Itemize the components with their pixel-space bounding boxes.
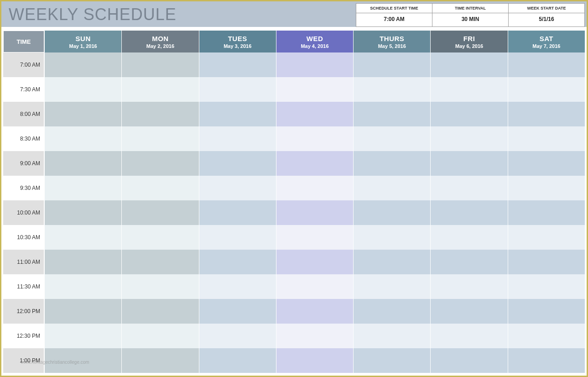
schedule-cell[interactable] [276, 299, 353, 324]
schedule-cell[interactable] [508, 225, 585, 250]
schedule-cell[interactable] [508, 200, 585, 225]
schedule-cell[interactable] [44, 176, 121, 200]
schedule-cell[interactable] [508, 102, 585, 126]
schedule-cell[interactable] [508, 250, 585, 274]
schedule-cell[interactable] [121, 52, 198, 77]
schedule-cell[interactable] [276, 225, 353, 250]
schedule-cell[interactable] [199, 274, 276, 299]
schedule-cell[interactable] [121, 274, 198, 299]
schedule-cell[interactable] [353, 200, 430, 225]
schedule-cell[interactable] [508, 324, 585, 348]
schedule-cell[interactable] [508, 151, 585, 176]
schedule-cell[interactable] [353, 151, 430, 176]
schedule-cell[interactable] [276, 102, 353, 126]
schedule-cell[interactable] [44, 151, 121, 176]
schedule-cell[interactable] [199, 348, 276, 373]
schedule-cell[interactable] [508, 176, 585, 200]
schedule-cell[interactable] [276, 52, 353, 77]
schedule-cell[interactable] [199, 52, 276, 77]
schedule-cell[interactable] [276, 250, 353, 274]
info-value[interactable]: 30 MIN [432, 13, 508, 25]
schedule-cell[interactable] [508, 52, 585, 77]
schedule-cell[interactable] [353, 348, 430, 373]
schedule-cell[interactable] [353, 77, 430, 102]
schedule-cell[interactable] [353, 176, 430, 200]
schedule-cell[interactable] [276, 348, 353, 373]
schedule-cell[interactable] [199, 225, 276, 250]
time-row: 8:30 AM [3, 126, 585, 151]
schedule-cell[interactable] [276, 176, 353, 200]
schedule-cell[interactable] [508, 299, 585, 324]
schedule-cell[interactable] [44, 250, 121, 274]
schedule-cell[interactable] [199, 324, 276, 348]
schedule-cell[interactable] [430, 274, 507, 299]
schedule-grid: TIMESUNMay 1, 2016MONMay 2, 2016TUESMay … [1, 27, 587, 373]
schedule-cell[interactable] [44, 102, 121, 126]
schedule-cell[interactable] [199, 250, 276, 274]
schedule-cell[interactable] [508, 274, 585, 299]
schedule-cell[interactable] [199, 126, 276, 151]
schedule-cell[interactable] [44, 225, 121, 250]
schedule-cell[interactable] [44, 274, 121, 299]
schedule-cell[interactable] [430, 52, 507, 77]
schedule-cell[interactable] [199, 200, 276, 225]
schedule-cell[interactable] [353, 52, 430, 77]
schedule-cell[interactable] [121, 324, 198, 348]
schedule-cell[interactable] [508, 126, 585, 151]
schedule-cell[interactable] [199, 151, 276, 176]
schedule-cell[interactable] [121, 299, 198, 324]
schedule-cell[interactable] [430, 324, 507, 348]
schedule-cell[interactable] [276, 324, 353, 348]
schedule-cell[interactable] [44, 200, 121, 225]
schedule-cell[interactable] [276, 126, 353, 151]
schedule-cell[interactable] [44, 52, 121, 77]
schedule-cell[interactable] [44, 77, 121, 102]
schedule-cell[interactable] [199, 77, 276, 102]
info-value[interactable]: 7:00 AM [356, 13, 432, 25]
schedule-cell[interactable] [121, 102, 198, 126]
schedule-cell[interactable] [430, 126, 507, 151]
schedule-cell[interactable] [353, 324, 430, 348]
schedule-cell[interactable] [353, 126, 430, 151]
schedule-cell[interactable] [353, 225, 430, 250]
schedule-cell[interactable] [430, 250, 507, 274]
schedule-cell[interactable] [199, 176, 276, 200]
info-value[interactable]: 5/1/16 [509, 13, 584, 25]
day-header-thu: THURSMay 5, 2016 [353, 31, 430, 52]
schedule-cell[interactable] [430, 225, 507, 250]
schedule-cell[interactable] [430, 151, 507, 176]
schedule-cell[interactable] [430, 102, 507, 126]
time-row: 9:00 AM [3, 151, 585, 176]
schedule-cell[interactable] [276, 274, 353, 299]
schedule-cell[interactable] [121, 176, 198, 200]
schedule-cell[interactable] [121, 126, 198, 151]
schedule-cell[interactable] [508, 77, 585, 102]
schedule-cell[interactable] [353, 102, 430, 126]
schedule-cell[interactable] [276, 151, 353, 176]
schedule-cell[interactable] [121, 200, 198, 225]
schedule-cell[interactable] [430, 200, 507, 225]
schedule-cell[interactable] [430, 299, 507, 324]
schedule-cell[interactable] [353, 250, 430, 274]
schedule-cell[interactable] [121, 250, 198, 274]
day-header-tue: TUESMay 3, 2016 [199, 31, 276, 52]
schedule-cell[interactable] [121, 348, 198, 373]
schedule-cell[interactable] [353, 299, 430, 324]
schedule-cell[interactable] [199, 299, 276, 324]
schedule-cell[interactable] [44, 126, 121, 151]
schedule-cell[interactable] [199, 102, 276, 126]
schedule-cell[interactable] [276, 77, 353, 102]
schedule-cell[interactable] [121, 225, 198, 250]
schedule-cell[interactable] [430, 77, 507, 102]
schedule-cell[interactable] [276, 200, 353, 225]
schedule-cell[interactable] [430, 176, 507, 200]
time-cell: 10:00 AM [3, 200, 44, 225]
day-header-wed: WEDMay 4, 2016 [276, 31, 353, 52]
schedule-cell[interactable] [44, 299, 121, 324]
schedule-cell[interactable] [121, 77, 198, 102]
schedule-cell[interactable] [430, 348, 507, 373]
schedule-cell[interactable] [121, 151, 198, 176]
schedule-cell[interactable] [44, 324, 121, 348]
schedule-cell[interactable] [353, 274, 430, 299]
schedule-cell[interactable] [508, 348, 585, 373]
